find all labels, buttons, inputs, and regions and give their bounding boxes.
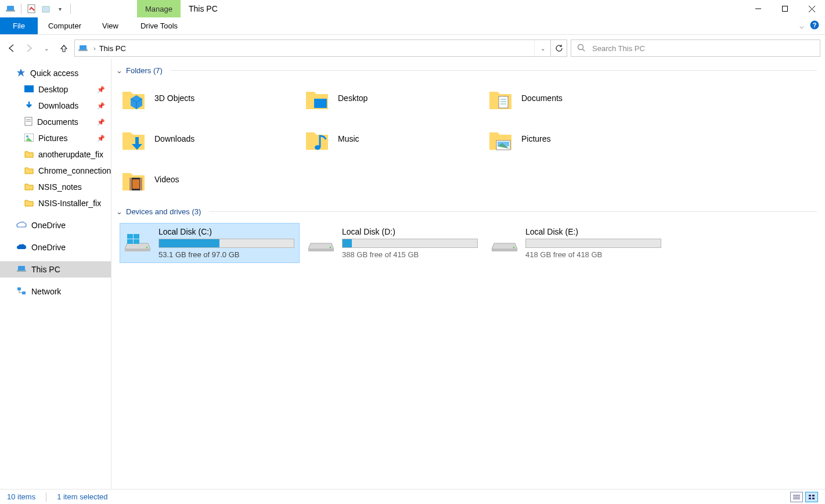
folder-3d-objects[interactable]: 3D Objects [120,82,300,114]
svg-rect-35 [140,178,142,190]
sidebar-item-desktop[interactable]: Desktop 📌 [0,81,111,98]
sidebar-label: Desktop [38,85,68,94]
sidebar-label: Downloads [38,101,78,110]
svg-rect-22 [18,266,25,271]
breadcrumb[interactable]: This PC [98,44,129,53]
back-button[interactable] [5,40,19,56]
svg-rect-26 [499,96,508,108]
sidebar-item-onedrive[interactable]: OneDrive [0,239,111,255]
drive-label: Local Disk (D:) [342,227,479,236]
search-input[interactable] [592,44,814,53]
drive-tile[interactable]: Local Disk (D:)388 GB free of 415 GB [303,223,483,263]
tab-drive-tools-label: Drive Tools [140,21,178,30]
group-header-label: Devices and drives (3) [126,207,201,216]
properties-button[interactable] [25,2,39,16]
address-history-dropdown[interactable]: ⌄ [534,40,550,56]
svg-rect-42 [134,239,139,244]
navigation-row: ⌄ › This PC ⌄ [0,37,825,59]
svg-rect-11 [80,45,87,50]
folder-label: Music [338,134,359,143]
folder-icon [24,150,34,160]
sidebar-item-this-pc[interactable]: This PC [0,261,111,278]
sidebar-item-documents[interactable]: Documents 📌 [0,114,111,130]
tab-view-label: View [102,21,118,30]
sidebar-item-pictures[interactable]: Pictures 📌 [0,130,111,146]
sidebar-label: anotherupdate_fix [38,150,103,159]
sidebar-item-downloads[interactable]: Downloads 📌 [0,98,111,114]
pin-icon: 📌 [97,86,105,93]
breadcrumb-chevron-icon[interactable]: › [91,45,98,52]
this-pc-icon [75,44,91,53]
search-box[interactable] [571,39,820,57]
folder-downloads[interactable]: Downloads [120,123,300,155]
separator [21,3,21,14]
ribbon-tabs: File Computer View Drive Tools ⌵ ? [0,17,825,35]
folder-documents[interactable]: Documents [487,82,667,114]
forward-button[interactable] [22,40,36,56]
tab-view[interactable]: View [92,17,129,34]
sidebar-item-onedrive[interactable]: OneDrive [0,217,111,233]
desktop-icon [24,85,34,94]
sidebar-item-quick-access[interactable]: Quick access [0,65,111,81]
pin-icon: 📌 [97,118,105,126]
tab-computer[interactable]: Computer [38,17,92,34]
group-header-label: Folders (7) [126,66,163,75]
folder-desktop[interactable]: Desktop [303,82,483,114]
documents-folder-icon [487,84,514,112]
up-button[interactable] [57,40,71,56]
close-button[interactable] [798,0,825,17]
folder-label: Documents [521,93,563,103]
onedrive-icon [16,243,27,252]
svg-rect-50 [809,495,811,496]
svg-rect-24 [22,291,26,294]
minimize-button[interactable] [745,0,772,17]
sidebar-label: OneDrive [31,243,66,252]
drive-tile[interactable]: Local Disk (C:)53.1 GB free of 97.0 GB [120,223,300,263]
title-bar: ▾ Manage This PC [0,0,825,17]
sidebar-item-network[interactable]: Network [0,283,111,300]
sidebar-item-folder[interactable]: NSIS_notes [0,179,111,195]
drive-tile[interactable]: Local Disk (E:)418 GB free of 418 GB [487,223,667,263]
svg-text:?: ? [813,21,817,28]
drive-label: Local Disk (E:) [525,227,662,236]
3d-objects-icon [120,84,147,112]
folder-music[interactable]: Music [303,123,483,155]
tab-drive-tools[interactable]: Drive Tools [130,17,188,34]
group-header-drives[interactable]: ⌄ Devices and drives (3) [114,205,819,218]
large-icons-view-button[interactable] [805,492,818,502]
svg-rect-36 [132,179,139,189]
new-folder-button[interactable] [39,2,53,16]
system-menu-icon[interactable] [3,2,17,16]
details-view-button[interactable] [790,492,803,502]
svg-line-13 [583,49,585,51]
recent-locations-dropdown[interactable]: ⌄ [39,40,53,56]
tab-file[interactable]: File [0,17,38,34]
folder-pictures[interactable]: Pictures [487,123,667,155]
ribbon-expand-button[interactable]: ⌵ [799,21,804,30]
drive-free-text: 388 GB free of 415 GB [342,250,479,259]
maximize-button[interactable] [772,0,798,17]
sidebar-label: NSIS_notes [38,182,82,192]
svg-rect-53 [812,498,815,499]
svg-rect-34 [129,178,132,190]
navigation-pane: Quick access Desktop 📌 Downloads 📌 Docum… [0,59,111,489]
refresh-button[interactable] [550,40,567,56]
quick-access-icon [16,68,26,79]
folder-videos[interactable]: Videos [120,163,300,196]
contextual-tab-manage[interactable]: Manage [137,0,181,17]
sidebar-item-folder[interactable]: Chrome_connection [0,163,111,179]
svg-rect-41 [127,239,133,244]
group-header-folders[interactable]: ⌄ Folders (7) [114,64,819,77]
help-button[interactable]: ? [810,20,819,31]
breadcrumb-label: This PC [99,44,126,53]
sidebar-label: OneDrive [31,221,66,230]
downloads-icon [24,100,34,111]
sidebar-item-folder[interactable]: NSIS-Installer_fix [0,195,111,211]
separator [70,3,71,14]
address-bar[interactable]: › This PC ⌄ [74,39,567,57]
sidebar-item-folder[interactable]: anotherupdate_fix [0,146,111,163]
svg-point-44 [330,247,332,249]
sidebar-label: Pictures [38,134,68,143]
svg-rect-43 [308,249,334,251]
qat-customize-dropdown[interactable]: ▾ [53,2,67,16]
